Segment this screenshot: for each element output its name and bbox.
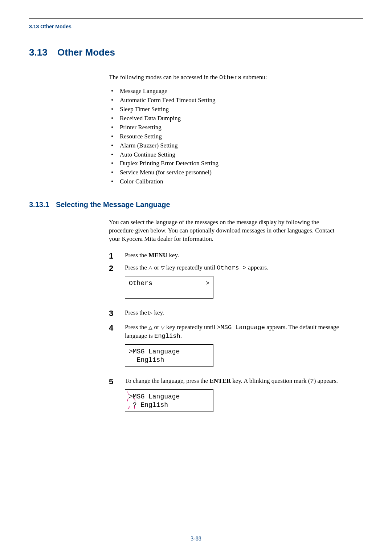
triangle-up-icon: △	[148, 265, 152, 272]
document-page: 3.13 Other Modes 3.13Other Modes The fol…	[0, 0, 392, 555]
list-item: Sleep Timer Setting	[109, 105, 341, 114]
mode-list: Message Language Automatic Form Feed Tim…	[109, 87, 341, 186]
section-number: 3.13	[29, 47, 57, 58]
step-text: Press the ▷ key.	[125, 309, 341, 317]
step-1: 1 Press the MENU key.	[109, 251, 341, 260]
lcd-text: Others	[129, 279, 152, 288]
list-item: Received Data Dumping	[109, 114, 341, 123]
list-item: Alarm (Buzzer) Setting	[109, 142, 341, 150]
subsection-title-text: Selecting the Message Language	[56, 200, 170, 208]
body-column-2: You can select the language of the messa…	[109, 218, 341, 412]
step-number: 4	[109, 323, 125, 332]
section-title-text: Other Modes	[57, 47, 115, 58]
lcd-display-1: Others >	[125, 276, 213, 299]
step-3: 3 Press the ▷ key.	[109, 309, 341, 317]
triangle-right-icon: ▷	[148, 310, 152, 317]
list-item: Automatic Form Feed Timeout Setting	[109, 96, 341, 105]
list-item: Resource Setting	[109, 133, 341, 141]
page-footer: 3-88	[29, 530, 363, 542]
subsection-number: 3.13.1	[29, 200, 56, 209]
step-5: 5 To change the language, press the ENTE…	[109, 377, 341, 386]
lcd-display-2: >MSG Language English	[125, 344, 213, 367]
page-number: 3-88	[29, 535, 363, 542]
subsection-heading: 3.13.1Selecting the Message Language	[29, 200, 363, 209]
blink-mark-icon: \	[127, 391, 128, 396]
step-text: To change the language, press the ENTER …	[125, 377, 341, 386]
step-text: Press the △ or ▽ key repeatedly until Ot…	[125, 264, 341, 272]
bottom-rule	[29, 530, 363, 530]
list-item: Message Language	[109, 87, 341, 96]
step-text: Press the △ or ▽ key repeatedly until >M…	[125, 323, 341, 341]
step-number: 2	[109, 264, 125, 272]
body-column: The following modes can be accessed in t…	[109, 73, 341, 186]
step-text: Press the MENU key.	[125, 251, 341, 260]
lcd-line-2: English	[129, 356, 209, 364]
subsection-intro: You can select the language of the messa…	[109, 218, 341, 243]
triangle-up-icon: △	[148, 324, 152, 331]
top-rule	[29, 18, 363, 19]
lcd-arrow: >	[205, 279, 209, 288]
list-item: Color Calibration	[109, 178, 341, 186]
triangle-down-icon: ▽	[161, 265, 165, 272]
step-4: 4 Press the △ or ▽ key repeatedly until …	[109, 323, 341, 341]
list-item: Service Menu (for service personnel)	[109, 169, 341, 177]
lcd-display-3: >MSG Language ? English \ \ / / \	[125, 389, 213, 412]
lcd-line-2: ? English	[129, 401, 209, 409]
step-2: 2 Press the △ or ▽ key repeatedly until …	[109, 264, 341, 272]
lcd-line-1: >MSG Language	[129, 348, 209, 356]
list-item: Duplex Printing Error Detection Setting	[109, 159, 341, 168]
step-number: 1	[109, 251, 125, 260]
blink-mark-icon: \	[134, 406, 135, 410]
intro-paragraph: The following modes can be accessed in t…	[109, 73, 341, 82]
step-number: 3	[109, 309, 125, 317]
list-item: Printer Resetting	[109, 123, 341, 132]
step-number: 5	[109, 377, 125, 386]
triangle-down-icon: ▽	[161, 324, 165, 331]
lcd-line-1: >MSG Language	[129, 393, 209, 401]
running-header: 3.13 Other Modes	[29, 24, 363, 29]
section-heading: 3.13Other Modes	[29, 47, 363, 58]
list-item: Auto Continue Setting	[109, 151, 341, 159]
